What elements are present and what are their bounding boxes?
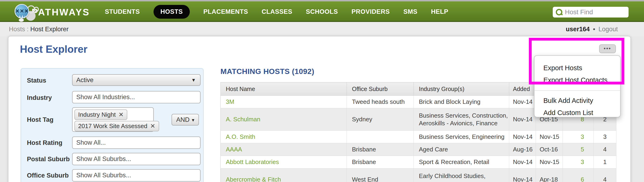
nav-items: STUDENTS HOSTS PLACEMENTS CLASSES SCHOOL…	[105, 1, 448, 22]
username: user164	[566, 26, 590, 33]
remove-tag-icon[interactable]: ✕	[118, 111, 124, 118]
tag-operator-value: AND	[176, 116, 190, 123]
host-link[interactable]: AAAA	[226, 146, 242, 153]
cell-count-green: 6	[563, 169, 594, 182]
cell-date: Apr-18	[536, 169, 563, 182]
logout-link[interactable]: Logout	[598, 26, 618, 33]
tag-chip: Industry Night✕	[74, 109, 127, 120]
cell-office-suburb: Brisbane	[347, 143, 414, 156]
cell-industry: Business Services, Engineering	[414, 131, 509, 143]
col-header-added[interactable]: Added	[509, 82, 536, 96]
brand-name: PATHWAYS	[32, 7, 90, 17]
more-actions-button[interactable]: •••	[599, 44, 616, 53]
nav-item-placements[interactable]: PLACEMENTS	[203, 8, 248, 15]
industry-label: Industry	[27, 94, 52, 101]
cell-added: Nov-14	[509, 156, 536, 169]
cell-count: 4	[594, 143, 616, 156]
balloon-icon: ✕✕✕	[14, 4, 29, 18]
cell-count: 1	[594, 156, 616, 169]
session-info: user164•Logout	[566, 26, 618, 33]
actions-dropdown-menu: Export Hosts Export Host Contacts Bulk A…	[534, 55, 620, 117]
chevron-down-icon: ▼	[191, 75, 196, 86]
cell-industry: Business Services, Construction, Aeroski…	[414, 108, 509, 131]
tag-operator-select[interactable]: AND▼	[172, 114, 199, 126]
cell-office-suburb: Sydney	[347, 108, 414, 131]
menu-section-export: Export Hosts Export Host Contacts	[534, 56, 620, 90]
menu-item-bulk-add-activity[interactable]: Bulk Add Activity	[544, 94, 620, 107]
page-title: Host Explorer	[20, 43, 88, 55]
cell-added: Nov-14	[509, 169, 536, 182]
search-icon	[556, 9, 562, 16]
table-row: A.O. Smith Business Services, Engineerin…	[221, 131, 616, 143]
cell-industry: Sport & Recreation, Retail	[414, 156, 509, 169]
status-value: Active	[76, 77, 94, 84]
host-find-search[interactable]	[553, 7, 628, 17]
table-row: Abbott Laboratories Brisbane Sport & Rec…	[221, 156, 616, 169]
status-select[interactable]: Active▼	[72, 74, 200, 86]
menu-item-export-host-contacts[interactable]: Export Host Contacts	[544, 74, 620, 86]
cell-industry: Brick and Block Laying	[414, 96, 509, 108]
tag-chip-label: 2017 Work Site Assessed	[78, 122, 148, 129]
host-tag-label: Host Tag	[27, 116, 54, 123]
table-row: Abercrombie & Fitch West End Early Child…	[221, 169, 616, 182]
cell-count: 4	[594, 169, 616, 182]
cloud-outline-icon	[34, 7, 39, 12]
status-label: Status	[27, 77, 46, 84]
chevron-down-icon: ▼	[191, 115, 195, 126]
cell-count-green: 3	[563, 131, 594, 143]
postal-suburb-label: Postal Suburb	[27, 156, 70, 163]
breadcrumb-bar: Hosts : Host Explorer user164•Logout	[0, 22, 644, 36]
host-link[interactable]: Abercrombie & Fitch	[226, 176, 281, 182]
host-link[interactable]: A. Schulman	[226, 116, 260, 123]
col-header-office-suburb[interactable]: Office Suburb	[347, 82, 414, 96]
nav-item-providers[interactable]: PROVIDERS	[352, 8, 390, 15]
nav-item-classes[interactable]: CLASSES	[262, 8, 292, 15]
cell-date: Nov-15	[536, 131, 563, 143]
cell-office-suburb	[347, 131, 414, 143]
tag-chip-label: Industry Night	[78, 111, 116, 118]
cell-added: Nov-14	[509, 131, 536, 143]
brand[interactable]: ✕✕✕ PATHWAYS	[13, 3, 90, 21]
breadcrumb: Hosts : Host Explorer	[9, 26, 68, 33]
menu-section-bulk: Bulk Add Activity Add Custom List	[534, 90, 620, 119]
nav-item-students[interactable]: STUDENTS	[105, 8, 140, 15]
tag-chip: 2017 Work Site Assessed✕	[74, 121, 159, 131]
table-row: AAAA Brisbane Aged Care Aug-16 Oct-16 5 …	[221, 143, 616, 156]
menu-item-add-custom-list[interactable]: Add Custom List	[544, 107, 620, 119]
cell-industry: Aged Care	[414, 143, 509, 156]
nav-item-schools[interactable]: SCHOOLS	[306, 8, 338, 15]
search-input[interactable]	[565, 8, 624, 16]
nav-item-sms[interactable]: SMS	[404, 8, 418, 15]
main-navbar: ✕✕✕ PATHWAYS STUDENTS HOSTS PLACEMENTS C…	[0, 1, 644, 22]
balloon-basket-icon	[19, 18, 24, 22]
separator-bullet: •	[593, 26, 595, 33]
cell-office-suburb: West End	[347, 169, 414, 182]
cell-date: Nov-15	[536, 156, 563, 169]
host-link[interactable]: 3M	[226, 98, 234, 105]
nav-item-help[interactable]: HELP	[431, 8, 448, 15]
cell-count: 3	[594, 131, 616, 143]
postal-suburb-input[interactable]	[72, 153, 200, 165]
office-suburb-label: Office Suburb	[27, 172, 69, 179]
office-suburb-input[interactable]	[72, 169, 200, 182]
cell-count-green: 3	[563, 156, 594, 169]
host-rating-label: Host Rating	[27, 139, 62, 147]
breadcrumb-section[interactable]: Hosts	[9, 26, 25, 33]
col-header-industry-groups[interactable]: Industry Group(s)	[414, 82, 509, 96]
breadcrumb-page: Host Explorer	[30, 26, 69, 33]
host-link[interactable]: Abbott Laboratories	[226, 158, 279, 166]
cell-count-green: 5	[563, 143, 594, 156]
cell-date: Oct-16	[536, 143, 563, 156]
host-tag-input[interactable]: Industry Night✕ 2017 Work Site Assessed✕	[72, 107, 154, 132]
industry-input[interactable]	[72, 91, 200, 103]
host-rating-input[interactable]	[72, 137, 200, 149]
cell-added: Aug-16	[509, 143, 536, 156]
cell-industry: Early Childhood Studies,	[414, 169, 509, 182]
menu-item-export-hosts[interactable]: Export Hosts	[544, 62, 620, 74]
breadcrumb-separator: :	[25, 26, 30, 33]
cell-added: Nov-14	[509, 96, 536, 108]
remove-tag-icon[interactable]: ✕	[150, 122, 156, 129]
nav-item-hosts[interactable]: HOSTS	[154, 5, 190, 19]
host-link[interactable]: A.O. Smith	[226, 133, 255, 140]
col-header-host-name[interactable]: Host Name	[221, 82, 347, 96]
